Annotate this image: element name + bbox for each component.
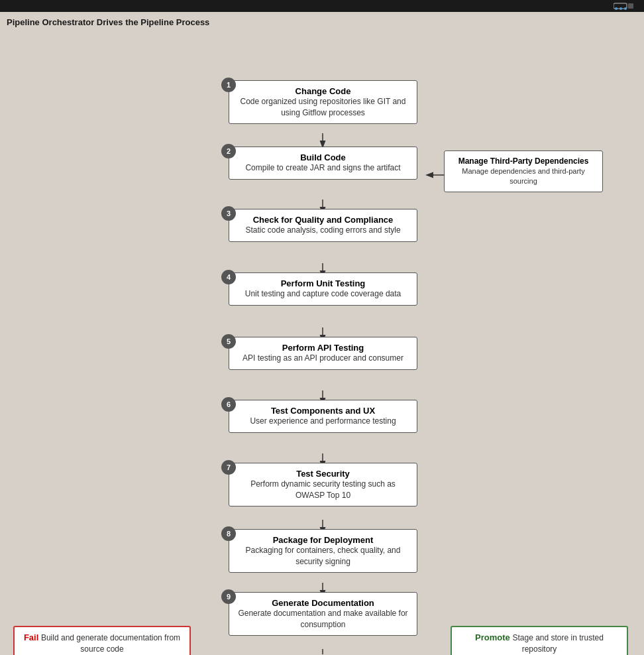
- header-bar: [0, 0, 644, 12]
- step-2-desc: Compile to create JAR and signs the arti…: [245, 163, 400, 172]
- step-8-desc: Packaging for containers, check quality,…: [246, 546, 401, 566]
- step-9-title: Generate Documentation: [236, 598, 410, 608]
- svg-point-2: [615, 7, 617, 10]
- diagram-area: 1 Change Code Code organized using repos…: [0, 32, 644, 654]
- step-num-1: 1: [221, 78, 236, 92]
- step-box-9: Generate Documentation Generate document…: [229, 592, 417, 636]
- step-6-desc: User experience and performance testing: [250, 416, 396, 426]
- step-7-title: Test Security: [236, 469, 410, 479]
- page-title: Pipeline Orchestrator Drives the Pipelin…: [0, 12, 644, 32]
- step-box-4: Perform Unit Testing Unit testing and ca…: [229, 272, 417, 306]
- promote-box: Promote Stage and store in trusted repos…: [451, 626, 628, 655]
- promote-desc: Stage and store in trusted repository: [512, 633, 603, 654]
- fail-desc: Build and generate documentation from so…: [41, 633, 180, 654]
- step-box-1: Change Code Code organized using reposit…: [229, 80, 417, 124]
- title-text: Pipeline Orchestrator Drives the Pipelin…: [7, 17, 209, 27]
- step-num-2: 2: [221, 144, 236, 158]
- step-box-6: Test Components and UX User experience a…: [229, 400, 417, 433]
- step-box-2: Build Code Compile to create JAR and sig…: [229, 147, 417, 180]
- step-num-3: 3: [221, 206, 236, 221]
- third-party-title: Manage Third-Party Dependencies: [451, 156, 596, 166]
- step-num-7: 7: [221, 460, 236, 475]
- step-3-title: Check for Quality and Compliance: [236, 215, 410, 225]
- header-icons: [614, 1, 637, 11]
- promote-title: Promote: [475, 632, 510, 642]
- step-1-desc: Code organized using repositories like G…: [241, 97, 406, 117]
- step-num-5: 5: [221, 334, 236, 349]
- step-6-title: Test Components and UX: [236, 406, 410, 416]
- svg-point-4: [624, 7, 627, 10]
- step-num-9: 9: [221, 589, 236, 604]
- step-box-7: Test Security Perform dynamic security t…: [229, 463, 417, 506]
- step-box-5: Perform API Testing API testing as an AP…: [229, 337, 417, 370]
- step-box-8: Package for Deployment Packaging for con…: [229, 529, 417, 573]
- step-num-4: 4: [221, 270, 236, 284]
- step-3-desc: Static code analysis, coding errors and …: [245, 225, 400, 235]
- step-7-desc: Perform dynamic security testing such as…: [250, 479, 396, 500]
- step-num-6: 6: [221, 397, 236, 412]
- step-box-3: Check for Quality and Compliance Static …: [229, 209, 417, 242]
- step-5-title: Perform API Testing: [236, 343, 410, 353]
- step-8-title: Package for Deployment: [236, 535, 410, 545]
- third-party-desc: Manage dependencies and third-party sour…: [462, 167, 584, 185]
- step-2-title: Build Code: [236, 152, 410, 162]
- fail-box: Fail Build and generate documentation fr…: [13, 626, 191, 655]
- third-party-box: Manage Third-Party Dependencies Manage d…: [444, 150, 603, 192]
- step-5-desc: API testing as an API producer and consu…: [242, 353, 403, 363]
- step-num-8: 8: [221, 526, 236, 541]
- step-1-title: Change Code: [236, 86, 410, 96]
- step-4-title: Perform Unit Testing: [236, 278, 410, 288]
- step-9-desc: Generate documentation and make availabl…: [238, 609, 407, 629]
- svg-point-3: [619, 7, 622, 10]
- svg-rect-1: [628, 3, 633, 9]
- step-4-desc: Unit testing and capture code coverage d…: [245, 289, 402, 298]
- fail-title: Fail: [24, 632, 38, 642]
